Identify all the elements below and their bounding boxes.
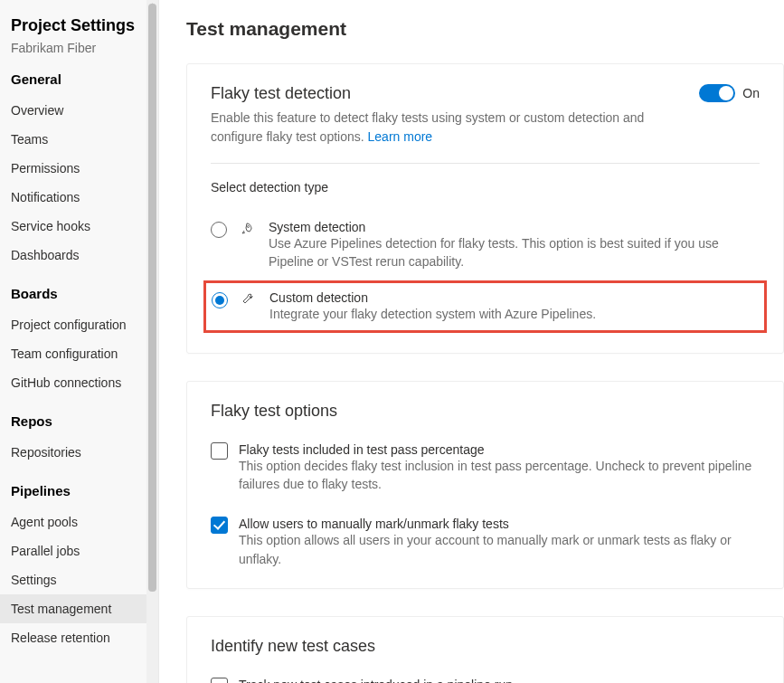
- include-in-pass-pct-desc: This option decides flaky test inclusion…: [239, 457, 760, 494]
- manual-mark-row: Allow users to manually mark/unmark flak…: [211, 517, 760, 568]
- track-new-checkbox[interactable]: [211, 678, 228, 683]
- sidebar-group-header: Boards: [11, 286, 147, 301]
- system-detection-option[interactable]: System detection Use Azure Pipelines det…: [211, 214, 760, 277]
- detection-type-label: Select detection type: [211, 180, 760, 194]
- sidebar-item-repositories[interactable]: Repositories: [0, 438, 158, 467]
- sidebar-group-header: Pipelines: [11, 483, 147, 498]
- rocket-icon: [240, 222, 256, 239]
- project-name: Fabrikam Fiber: [11, 41, 147, 55]
- sidebar-item-overview[interactable]: Overview: [0, 96, 158, 125]
- toggle-state-label: On: [742, 86, 760, 100]
- identify-new-card: Identify new test cases Track new test c…: [186, 616, 784, 683]
- page-title: Test management: [186, 18, 784, 40]
- sidebar-item-dashboards[interactable]: Dashboards: [0, 241, 158, 270]
- identify-new-title: Identify new test cases: [211, 637, 760, 656]
- scroll-thumb[interactable]: [148, 4, 156, 592]
- learn-more-link[interactable]: Learn more: [368, 129, 433, 144]
- sidebar-item-teams[interactable]: Teams: [0, 125, 158, 154]
- system-detection-title: System detection: [269, 220, 760, 234]
- flaky-detection-card: Flaky test detection Enable this feature…: [186, 63, 784, 354]
- custom-detection-desc: Integrate your flaky detection system wi…: [269, 305, 596, 323]
- custom-detection-title: Custom detection: [269, 290, 596, 305]
- flaky-detection-toggle[interactable]: [699, 84, 735, 102]
- track-new-row: Track new test cases introduced in a pip…: [211, 678, 760, 683]
- wrench-icon: [241, 292, 257, 309]
- manual-mark-title: Allow users to manually mark/unmark flak…: [239, 517, 760, 531]
- sidebar-item-github-connections[interactable]: GitHub connections: [0, 368, 158, 397]
- main-content: Test management Flaky test detection Ena…: [159, 0, 784, 683]
- sidebar-item-parallel-jobs[interactable]: Parallel jobs: [0, 536, 158, 565]
- sidebar-scrollbar[interactable]: ▴: [146, 0, 158, 683]
- flaky-detection-desc: Enable this feature to detect flaky test…: [211, 109, 681, 147]
- include-in-pass-pct-checkbox[interactable]: [211, 442, 228, 460]
- flaky-options-title: Flaky test options: [211, 402, 760, 421]
- system-detection-radio[interactable]: [211, 222, 227, 238]
- manual-mark-desc: This option allows all users in your acc…: [239, 531, 760, 568]
- custom-detection-radio[interactable]: [212, 292, 228, 308]
- sidebar-item-service-hooks[interactable]: Service hooks: [0, 212, 158, 241]
- sidebar-group-header: General: [11, 71, 147, 87]
- flaky-options-card: Flaky test options Flaky tests included …: [186, 381, 784, 589]
- sidebar-item-release-retention[interactable]: Release retention: [0, 623, 158, 652]
- sidebar-group-header: Repos: [11, 413, 147, 429]
- sidebar-item-settings[interactable]: Settings: [0, 565, 158, 594]
- flaky-detection-title: Flaky test detection: [211, 84, 681, 103]
- custom-detection-option[interactable]: Custom detection Integrate your flaky de…: [203, 280, 767, 333]
- include-in-pass-pct-title: Flaky tests included in test pass percen…: [239, 442, 760, 457]
- system-detection-desc: Use Azure Pipelines detection for flaky …: [269, 234, 760, 271]
- settings-sidebar: Project Settings Fabrikam Fiber GeneralO…: [0, 0, 159, 683]
- manual-mark-checkbox[interactable]: [211, 517, 228, 534]
- divider: [211, 163, 760, 164]
- sidebar-item-test-management[interactable]: Test management: [0, 594, 158, 623]
- sidebar-title: Project Settings: [11, 16, 147, 35]
- sidebar-item-project-configuration[interactable]: Project configuration: [0, 310, 158, 339]
- sidebar-item-permissions[interactable]: Permissions: [0, 154, 158, 183]
- track-new-title: Track new test cases introduced in a pip…: [239, 678, 760, 683]
- sidebar-item-team-configuration[interactable]: Team configuration: [0, 339, 158, 368]
- sidebar-item-notifications[interactable]: Notifications: [0, 183, 158, 212]
- sidebar-item-agent-pools[interactable]: Agent pools: [0, 508, 158, 536]
- svg-point-0: [248, 226, 250, 228]
- include-in-pass-pct-row: Flaky tests included in test pass percen…: [211, 442, 760, 494]
